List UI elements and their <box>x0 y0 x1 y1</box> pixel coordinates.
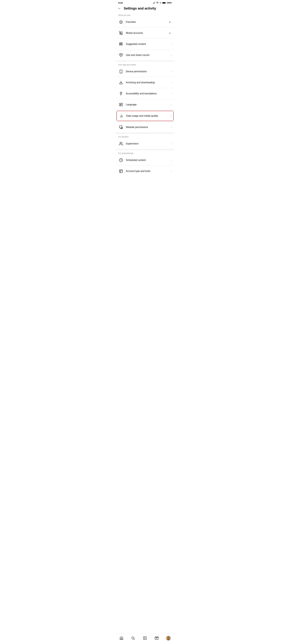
settings-item-supervision[interactable]: Supervision › <box>116 139 174 148</box>
section-label-app-media: Your app and media <box>116 62 174 67</box>
battery-text: 100% <box>167 2 172 4</box>
svg-rect-2 <box>163 2 165 3</box>
website-icon <box>118 124 124 130</box>
svg-rect-21 <box>119 170 123 173</box>
divider <box>116 50 174 50</box>
muted-count: 0 <box>169 32 170 34</box>
battery-icon <box>162 2 166 4</box>
favorites-label: Favorites <box>126 21 136 24</box>
svg-point-12 <box>121 92 121 92</box>
mute-icon <box>118 30 124 36</box>
archiving-chevron: › <box>171 81 172 84</box>
language-label: Language <box>126 103 137 106</box>
data-icon <box>119 113 124 119</box>
svg-rect-9 <box>120 70 122 73</box>
highlighted-item-wrapper: Data usage and media quality › <box>116 111 174 121</box>
supervision-icon <box>118 141 124 146</box>
settings-item-scheduled-content[interactable]: Scheduled content › <box>116 155 174 165</box>
favorites-chevron: › <box>171 21 172 24</box>
settings-item-muted-accounts[interactable]: Muted accounts 0 › <box>116 28 174 38</box>
settings-item-device-permissions[interactable]: Device permissions › <box>116 67 174 76</box>
muted-accounts-label: Muted accounts <box>126 32 143 34</box>
data-usage-chevron: › <box>171 114 171 117</box>
svg-point-6 <box>121 42 122 44</box>
device-chevron: › <box>171 70 172 73</box>
settings-item-favorites[interactable]: Favorites 8 › <box>116 17 174 27</box>
data-usage-label: Data usage and media quality <box>126 114 158 117</box>
key-icon <box>153 2 155 4</box>
scheduled-label: Scheduled content <box>126 159 146 162</box>
website-permissions-label: Website permissions <box>126 126 148 128</box>
settings-item-website-permissions[interactable]: Website permissions › <box>116 122 174 132</box>
profile-avatar <box>166 636 171 640</box>
suggested-content-label: Suggested content <box>126 43 146 46</box>
suggested-chevron: › <box>171 43 172 46</box>
home-icon <box>119 636 124 640</box>
like-share-label: Like and share counts <box>126 54 150 56</box>
section-divider <box>116 60 174 62</box>
accessibility-chevron: › <box>171 92 172 95</box>
bottom-navigation <box>116 634 174 644</box>
phone-icon <box>118 69 124 74</box>
status-time: 5:41 <box>118 2 123 4</box>
main-content: What you see Favorites 8 › <box>116 12 174 188</box>
scheduled-icon <box>118 158 124 163</box>
suggested-icon <box>118 41 124 47</box>
settings-item-data-usage[interactable]: Data usage and media quality › <box>117 111 173 121</box>
scheduled-chevron: › <box>171 159 172 162</box>
language-chevron: › <box>171 103 172 106</box>
accessibility-icon <box>118 91 124 96</box>
website-chevron: › <box>171 126 172 128</box>
supervision-chevron: › <box>171 142 172 145</box>
heart-broken-icon <box>118 52 124 58</box>
signal-icon <box>159 2 162 4</box>
settings-item-account-tools[interactable]: Account type and tools › <box>116 166 174 176</box>
nav-profile[interactable] <box>164 635 173 641</box>
divider <box>116 110 174 110</box>
nav-reels[interactable] <box>152 636 161 641</box>
page-title: Settings and activity <box>124 6 156 10</box>
accessibility-label: Accessibility and translations <box>126 92 157 95</box>
nav-new-post[interactable] <box>140 636 149 641</box>
svg-rect-5 <box>119 42 121 44</box>
svg-rect-18 <box>122 128 123 129</box>
download-icon <box>118 80 124 85</box>
divider <box>116 99 174 99</box>
star-icon <box>118 19 124 25</box>
account-tools-label: Account type and tools <box>126 170 150 172</box>
language-icon <box>118 102 124 107</box>
section-divider <box>116 133 174 134</box>
divider <box>116 166 174 166</box>
status-bar: 5:41 100% <box>116 0 174 5</box>
archiving-label: Archiving and downloading <box>126 81 155 84</box>
svg-point-19 <box>120 142 121 144</box>
svg-point-33 <box>167 637 169 638</box>
settings-item-language[interactable]: Language › <box>116 100 174 110</box>
plus-icon <box>143 636 147 640</box>
favorites-count: 8 <box>169 21 170 24</box>
nav-home[interactable] <box>117 636 126 641</box>
muted-chevron: › <box>171 32 172 34</box>
divider <box>116 38 174 39</box>
device-permissions-label: Device permissions <box>126 70 147 73</box>
wifi-icon <box>156 2 159 4</box>
svg-line-4 <box>119 31 123 35</box>
search-icon <box>131 636 135 640</box>
like-share-chevron: › <box>171 54 172 56</box>
section-divider <box>116 149 174 150</box>
svg-marker-3 <box>119 20 123 24</box>
svg-marker-30 <box>156 638 157 639</box>
nav-search[interactable] <box>129 636 138 641</box>
back-button[interactable]: ← <box>118 6 121 10</box>
settings-item-suggested-content[interactable]: Suggested content › <box>116 39 174 49</box>
page-header: ← Settings and activity <box>116 5 174 12</box>
section-label-professionals: For professionals <box>116 150 174 155</box>
settings-item-archiving[interactable]: Archiving and downloading › <box>116 78 174 88</box>
settings-item-like-share[interactable]: Like and share counts › <box>116 50 174 60</box>
section-label-what-you-see: What you see <box>116 12 174 17</box>
account-tools-icon <box>118 168 124 174</box>
svg-line-25 <box>134 639 135 640</box>
status-icons: 100% <box>153 2 172 4</box>
settings-item-accessibility[interactable]: Accessibility and translations › <box>116 89 174 98</box>
account-tools-chevron: › <box>171 170 172 172</box>
